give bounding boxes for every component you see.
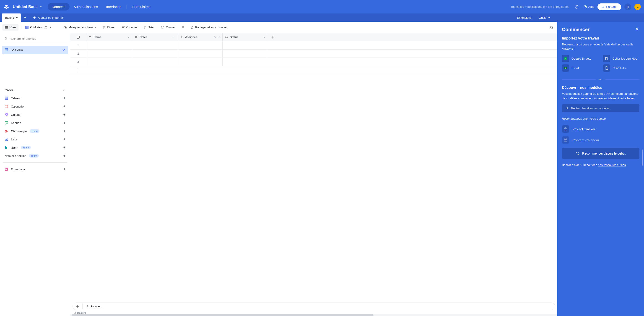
add-with-ai-button[interactable]: Ajouter... <box>82 303 106 310</box>
create-section-header[interactable]: Créer... <box>2 86 68 94</box>
chevron-down-icon[interactable] <box>217 36 220 38</box>
cell[interactable] <box>86 50 132 58</box>
nav-automations[interactable]: Automatisations <box>70 3 102 11</box>
close-panel-button[interactable] <box>635 27 640 31</box>
create-item-list[interactable]: Liste + <box>2 135 68 143</box>
extensions-button[interactable]: Extensions <box>513 14 535 22</box>
cell[interactable] <box>86 41 132 49</box>
table-row[interactable]: 2 <box>70 50 557 58</box>
cell[interactable] <box>222 50 268 58</box>
create-item-new-section[interactable]: Nouvelle section Team + <box>2 152 68 160</box>
sort-button[interactable]: Trier <box>141 24 157 31</box>
template-search[interactable] <box>562 104 640 112</box>
cell[interactable] <box>222 41 268 49</box>
column-header-assignee[interactable]: Assignee <box>178 33 222 41</box>
chevron-down-icon[interactable] <box>49 26 52 29</box>
bell-icon[interactable] <box>213 36 216 39</box>
row-number[interactable]: 2 <box>70 50 86 58</box>
airtable-logo-icon[interactable] <box>3 4 10 10</box>
svg-point-9 <box>5 38 6 39</box>
table-list-dropdown[interactable] <box>21 14 29 22</box>
template-search-input[interactable] <box>571 107 636 110</box>
view-search-input[interactable] <box>10 37 66 40</box>
notifications-icon[interactable] <box>624 4 631 10</box>
nav-interfaces[interactable]: Interfaces <box>102 3 125 11</box>
chevron-down-icon[interactable] <box>173 36 175 39</box>
color-button[interactable]: Colorer <box>158 24 178 31</box>
svg-rect-11 <box>5 97 8 100</box>
share-button[interactable]: Partager <box>598 4 621 10</box>
tools-button[interactable]: Outils <box>535 14 554 22</box>
nav-data[interactable]: Données <box>48 3 70 11</box>
import-excel[interactable]: Excel <box>562 64 598 72</box>
plus-icon <box>271 35 274 39</box>
add-or-import-button[interactable]: Ajouter ou importer <box>29 14 67 22</box>
horizontal-scrollbar[interactable] <box>70 314 557 316</box>
svg-rect-14 <box>6 113 8 114</box>
cell[interactable] <box>178 50 222 58</box>
cell[interactable] <box>132 41 178 49</box>
column-label: Name <box>94 35 102 39</box>
svg-rect-22 <box>6 131 8 131</box>
user-avatar[interactable]: L <box>634 4 641 10</box>
search-records-button[interactable] <box>548 24 555 31</box>
add-record-button[interactable] <box>73 303 82 310</box>
views-toggle-button[interactable]: Vues <box>2 24 18 31</box>
current-view-button[interactable]: Grid view <box>23 24 53 31</box>
chevron-down-icon[interactable] <box>127 36 130 39</box>
row-number[interactable]: 1 <box>70 41 86 49</box>
view-item-grid[interactable]: Grid view <box>2 46 68 54</box>
help-resources-link[interactable]: nos ressources utiles <box>598 163 626 167</box>
row-height-button[interactable] <box>180 24 186 31</box>
select-all-cell[interactable] <box>70 33 86 41</box>
history-icon[interactable] <box>573 4 580 10</box>
import-paste[interactable]: Coller les données <box>603 55 640 62</box>
table-tab[interactable]: Table 1 <box>2 14 21 22</box>
column-label: Assignee <box>185 35 197 39</box>
cell[interactable] <box>178 41 222 49</box>
cell[interactable] <box>222 58 268 66</box>
table-row[interactable]: 3 <box>70 58 557 66</box>
group-button[interactable]: Grouper <box>119 24 140 31</box>
cell[interactable] <box>132 58 178 66</box>
share-sync-button[interactable]: Partager et synchroniser <box>188 24 230 31</box>
create-item-calendar[interactable]: Calendrier + <box>2 102 68 110</box>
create-item-form[interactable]: Formulaire + <box>2 165 68 173</box>
create-item-gallery[interactable]: Galerie + <box>2 111 68 118</box>
add-row-button[interactable] <box>70 66 557 74</box>
help-button[interactable]: Aide <box>583 5 594 9</box>
table-row[interactable]: 1 <box>70 41 557 50</box>
calendar-icon <box>4 105 8 108</box>
filter-button[interactable]: Filtrer <box>100 24 117 31</box>
cell[interactable] <box>178 58 222 66</box>
nav-forms[interactable]: Formulaires <box>128 3 154 11</box>
cell[interactable] <box>132 50 178 58</box>
row-number[interactable]: 3 <box>70 58 86 66</box>
team-badge: Team <box>30 129 40 133</box>
cell[interactable] <box>86 58 132 66</box>
template-project-tracker[interactable]: Project Tracker <box>562 123 640 134</box>
grid-icon <box>25 26 29 29</box>
list-icon <box>4 137 8 141</box>
column-header-name[interactable]: Name <box>86 33 132 41</box>
scrollbar-thumb[interactable] <box>72 314 374 316</box>
create-item-timeline[interactable]: Chronologie Team + <box>2 127 68 135</box>
import-google-sheets[interactable]: Google Sheets <box>562 55 598 62</box>
svg-point-4 <box>45 26 46 27</box>
create-item-table[interactable]: Tableur + <box>2 94 68 102</box>
column-header-notes[interactable]: Notes <box>132 33 178 41</box>
restart-button[interactable]: Recommencer depuis le début <box>562 148 640 159</box>
hide-fields-button[interactable]: Masquer les champs <box>61 24 98 31</box>
panel-scrollbar[interactable] <box>642 149 643 166</box>
view-search[interactable] <box>2 35 68 42</box>
add-column-button[interactable] <box>268 33 557 41</box>
column-header-status[interactable]: Status <box>222 33 268 41</box>
select-all-checkbox[interactable] <box>76 36 80 39</box>
template-content-calendar[interactable]: Content Calendar <box>562 134 640 145</box>
import-csv[interactable]: CSV/Autre <box>603 64 640 72</box>
create-item-kanban[interactable]: Kanban + <box>2 119 68 127</box>
base-title[interactable]: Untitled Base <box>13 5 38 9</box>
base-title-chevron-icon[interactable] <box>40 5 43 9</box>
create-item-gantt[interactable]: Gantt Team + <box>2 144 68 151</box>
chevron-down-icon[interactable] <box>263 36 266 39</box>
